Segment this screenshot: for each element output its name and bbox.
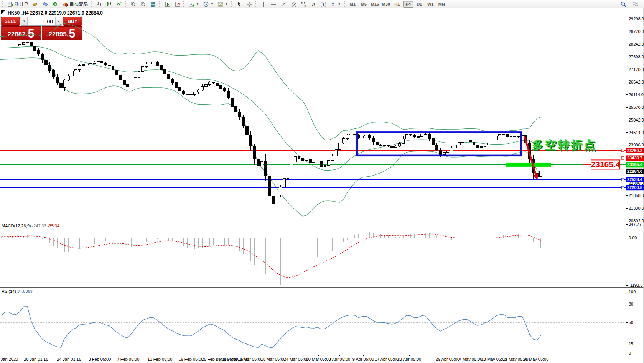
search-icon: [620, 1, 626, 7]
toolbar-grip: [91, 1, 92, 7]
price-tick-label: 26642.0: [629, 80, 644, 84]
price-tick-label: 27698.0: [629, 54, 644, 59]
time-axis: 4 Jan 202020 Jan 01:1524 Jan 01:153 Feb …: [0, 355, 548, 361]
macd-panel: [0, 232, 626, 285]
time-tick-label: 12 Mar 05:00: [238, 357, 263, 361]
price-tick-label: 23986.0: [629, 143, 644, 147]
signals-button[interactable]: [51, 0, 60, 8]
new-chart-button[interactable]: ▼: [187, 0, 201, 8]
price-tick-label: 27170.0: [629, 67, 644, 72]
price-tick-label: 25042.0: [629, 118, 644, 122]
search-button[interactable]: [619, 0, 628, 8]
time-tick-label: 3 Apr 05:00: [329, 357, 350, 361]
community-chat-button[interactable]: [631, 0, 640, 8]
vertical-line-tool[interactable]: [259, 0, 268, 8]
svg-text:22538.4: 22538.4: [627, 177, 643, 182]
macd-label: MACD(12,26,9) -247.33 -35.34: [2, 223, 59, 228]
bar-chart-icon: [96, 1, 102, 7]
crosshair-tool-button[interactable]: [245, 0, 254, 8]
rsi-axis-label: 15: [629, 342, 633, 346]
price-tick-label: 29298.0: [629, 16, 644, 21]
svg-text:23438.7: 23438.7: [627, 156, 642, 160]
svg-text:22200.8: 22200.8: [627, 185, 642, 190]
chart-shift-button[interactable]: [173, 0, 182, 8]
timeframe-h4-button[interactable]: H4: [403, 1, 413, 8]
text-tool[interactable]: A: [309, 0, 318, 8]
trendline-tool[interactable]: [279, 0, 288, 8]
toolbar-grip: [2, 1, 4, 7]
macd-axis-label: 0.00: [629, 235, 637, 240]
rsi-line: [2, 307, 541, 348]
periods-button[interactable]: ▼: [201, 0, 215, 8]
cursor-icon: [236, 1, 242, 7]
candle-chart-icon: [106, 1, 112, 7]
svg-text:23165.4: 23165.4: [627, 162, 643, 167]
chart-canvas: 多空转折点多空转折点23165.429298.028770.028242.027…: [0, 8, 644, 363]
candlestick-chart-button[interactable]: [104, 0, 114, 8]
timeframe-d1-button[interactable]: D1: [414, 1, 425, 8]
horizontal-line-tool[interactable]: [269, 0, 278, 8]
dropdown-caret-icon[interactable]: ▼: [211, 2, 214, 6]
vertical-line-icon: [260, 1, 267, 7]
toolbar-right-icons: [619, 0, 642, 8]
level-handle[interactable]: [621, 149, 624, 152]
timeframe-h1-button[interactable]: H1: [392, 1, 402, 8]
toolbar-grip: [344, 1, 346, 7]
toolbar-grip: [159, 1, 161, 7]
timeframe-m15-button[interactable]: M15: [370, 1, 380, 8]
time-tick-label: 17 Apr 05:00: [375, 357, 399, 361]
timeframe-mn-button[interactable]: MN: [436, 1, 447, 8]
timeframe-m5-button[interactable]: M5: [359, 1, 369, 8]
profiles-button[interactable]: [41, 0, 50, 8]
autotrading-button[interactable]: 自动交易: [61, 0, 89, 8]
fibonacci-icon: F: [300, 1, 306, 7]
bollinger-middle-band: [0, 46, 541, 171]
cursor-tool-button[interactable]: [235, 0, 244, 8]
text-label-tool[interactable]: T: [319, 0, 328, 8]
macd-axis-label: 347.77: [629, 222, 642, 227]
candlesticks: [19, 41, 542, 212]
line-chart-button[interactable]: [114, 0, 124, 8]
zoom-out-icon: [140, 1, 146, 7]
shapes-icon: [330, 1, 336, 7]
level-handle[interactable]: [621, 178, 624, 181]
bar-chart-button[interactable]: [94, 0, 104, 8]
time-tick-label: 24 Mar 05:00: [284, 357, 309, 361]
dropdown-caret-icon[interactable]: ▼: [338, 2, 341, 6]
price-tick-label: 26114.0: [629, 92, 644, 97]
template-icon: [217, 1, 224, 7]
autotrade-icon: [62, 1, 68, 7]
equidistant-channel-tool[interactable]: E: [289, 0, 298, 8]
arrows-tool[interactable]: ▼: [329, 0, 343, 8]
rsi-label: RSI(14) 34.8369: [2, 289, 33, 294]
dropdown-caret-icon[interactable]: ▼: [225, 2, 228, 6]
timeframe-m30-button[interactable]: M30: [381, 1, 391, 8]
time-tick-label: 25 May 05:00: [523, 357, 549, 361]
green-highlight-band[interactable]: [506, 163, 551, 167]
cn-annotation-text[interactable]: 多空转折点: [532, 138, 597, 151]
clock-icon: [203, 1, 209, 7]
zoom-out-button[interactable]: [138, 0, 148, 8]
fibonacci-tool[interactable]: F: [299, 0, 308, 8]
new-order-button[interactable]: 新订单: [6, 0, 30, 8]
text-icon: A: [310, 1, 316, 7]
new-order-icon: [7, 1, 13, 7]
templates-button[interactable]: ▼: [216, 0, 230, 8]
toolbar-grip: [255, 1, 257, 7]
zoom-in-button[interactable]: [128, 0, 138, 8]
timeframe-m1-button[interactable]: M1: [348, 1, 358, 8]
indicator-remove-icon: [174, 1, 180, 7]
time-tick-label: 24 Jan 01:15: [57, 357, 81, 361]
time-tick-label: 4 Jan 2020: [0, 357, 18, 361]
time-tick-label: 29 Apr 05:00: [436, 357, 460, 361]
price-tick-label: 28770.0: [629, 29, 644, 34]
dropdown-caret-icon[interactable]: ▼: [196, 2, 199, 6]
level-handle[interactable]: [621, 186, 624, 189]
tile-windows-button[interactable]: [148, 0, 158, 8]
level-handle[interactable]: [621, 157, 624, 159]
timeframe-w1-button[interactable]: W1: [425, 1, 436, 8]
auto-scroll-button[interactable]: [163, 0, 172, 8]
svg-text:A: A: [312, 1, 316, 7]
chat-icon: [632, 1, 639, 7]
history-center-button[interactable]: [31, 0, 40, 8]
